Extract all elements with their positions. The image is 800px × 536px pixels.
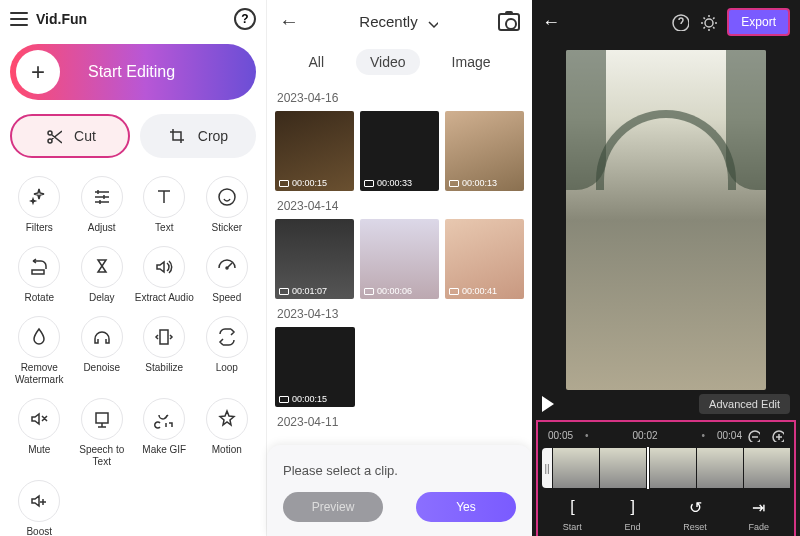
tool-adjust[interactable]: Adjust (71, 172, 134, 238)
video-thumbnail[interactable]: 00:00:15 (275, 111, 354, 191)
panel1-header: Vid.Fun ? (0, 0, 266, 38)
tool-delay[interactable]: Delay (71, 242, 134, 308)
editor-help-icon[interactable] (671, 13, 689, 31)
gif-icon (143, 398, 185, 440)
tool-label: Sticker (211, 222, 242, 234)
tool-mute[interactable]: Mute (8, 394, 71, 472)
duration-badge: 00:00:13 (449, 178, 497, 188)
trim-start-button[interactable]: [Start (563, 498, 582, 532)
tool-speed[interactable]: Speed (196, 242, 259, 308)
duration-badge: 00:01:07 (279, 286, 327, 296)
preview-button[interactable]: Preview (283, 492, 383, 522)
trim-end-button[interactable]: ]End (624, 498, 642, 532)
tool-make-gif[interactable]: Make GIF (133, 394, 196, 472)
camera-icon[interactable] (498, 13, 520, 31)
end-icon: ] (624, 498, 642, 516)
clip-thumb[interactable] (650, 448, 696, 488)
clip-thumb[interactable] (744, 448, 790, 488)
tool-text[interactable]: Text (133, 172, 196, 238)
tool-remove-watermark[interactable]: Remove Watermark (8, 312, 71, 390)
tool-label: Make GIF (142, 444, 186, 456)
tool-denoise[interactable]: Denoise (71, 312, 134, 390)
time-ruler: 00:05 • 00:02 • 00:04 (542, 426, 790, 448)
crop-button[interactable]: Crop (140, 114, 256, 158)
editor-back-icon[interactable]: ← (542, 12, 560, 33)
video-thumbnail[interactable]: 00:00:13 (445, 111, 524, 191)
tab-all[interactable]: All (294, 49, 338, 75)
start-editing-button[interactable]: + Start Editing (10, 44, 256, 100)
duration-badge: 00:00:33 (364, 178, 412, 188)
tab-image[interactable]: Image (438, 49, 505, 75)
preview-thumbnail (566, 50, 766, 390)
clip-track[interactable]: || (542, 448, 790, 488)
date-label: 2023-04-16 (277, 91, 524, 105)
tool-label: Extract Audio (135, 292, 194, 304)
clip-thumb[interactable] (600, 448, 646, 488)
tool-label: Speed (212, 292, 241, 304)
date-label: 2023-04-11 (277, 415, 524, 429)
help-icon[interactable]: ? (234, 8, 256, 30)
tool-boost-volume[interactable]: Boost Volume (8, 476, 71, 536)
video-thumbnail[interactable]: 00:00:06 (360, 219, 439, 299)
tool-label: Rotate (25, 292, 54, 304)
video-thumbnail[interactable]: 00:00:33 (360, 111, 439, 191)
tab-video[interactable]: Video (356, 49, 420, 75)
tool-extract-audio[interactable]: Extract Audio (133, 242, 196, 308)
video-thumbnail[interactable]: 00:00:15 (275, 327, 355, 407)
tool-label: Speech to Text (72, 444, 132, 468)
tool-loop[interactable]: Loop (196, 312, 259, 390)
thumb-row: 00:00:15 (275, 327, 524, 407)
tool-motion[interactable]: Motion (196, 394, 259, 472)
zoom-in-icon[interactable] (770, 428, 784, 442)
video-thumbnail[interactable]: 00:01:07 (275, 219, 354, 299)
app-title: Vid.Fun (36, 11, 226, 27)
plus-icon: + (16, 50, 60, 94)
clip-thumb[interactable] (553, 448, 599, 488)
tool-sticker[interactable]: Sticker (196, 172, 259, 238)
tool-stabilize[interactable]: Stabilize (133, 312, 196, 390)
cut-button[interactable]: Cut (10, 114, 130, 158)
playhead-icon[interactable] (647, 447, 649, 489)
zoom-out-icon[interactable] (746, 428, 760, 442)
star-icon (206, 398, 248, 440)
text-icon (143, 176, 185, 218)
gallery-dropdown[interactable]: Recently (299, 13, 498, 30)
duration-badge: 00:00:15 (279, 394, 327, 404)
handle-icon[interactable]: || (542, 448, 552, 488)
rotate-icon (18, 246, 60, 288)
sparkle-icon (18, 176, 60, 218)
crop-icon (168, 127, 186, 145)
tool-speech-to-text[interactable]: Speech to Text (71, 394, 134, 472)
advanced-edit-button[interactable]: Advanced Edit (699, 394, 790, 414)
gallery-dropdown-label: Recently (359, 13, 417, 30)
panel2-header: ← Recently (267, 0, 532, 43)
tool-rotate[interactable]: Rotate (8, 242, 71, 308)
smile-icon (206, 176, 248, 218)
chevron-down-icon (424, 15, 438, 29)
tool-label: Loop (216, 362, 238, 374)
tool-filters[interactable]: Filters (8, 172, 71, 238)
time-marker-2: 00:04 (717, 430, 742, 441)
back-arrow-icon[interactable]: ← (279, 10, 299, 33)
duration-badge: 00:00:41 (449, 286, 497, 296)
crop-label: Crop (198, 128, 228, 144)
video-thumbnail[interactable]: 00:00:41 (445, 219, 524, 299)
hourglass-icon (81, 246, 123, 288)
vol-plus-icon (18, 480, 60, 522)
drop-icon (18, 316, 60, 358)
gallery-tabs: AllVideoImage (267, 43, 532, 85)
trim-fade-button[interactable]: ⇥Fade (749, 498, 770, 532)
menu-icon[interactable] (10, 12, 28, 26)
yes-button[interactable]: Yes (416, 492, 516, 522)
trim-controls: [Start]End↺Reset⇥Fade (542, 488, 790, 536)
speech-text-icon (81, 398, 123, 440)
clip-thumb[interactable] (697, 448, 743, 488)
play-icon[interactable] (542, 396, 554, 412)
start-editing-label: Start Editing (88, 63, 175, 81)
loop-icon (206, 316, 248, 358)
trim-reset-button[interactable]: ↺Reset (683, 498, 707, 532)
trim-label: Start (563, 522, 582, 532)
tool-label: Text (155, 222, 173, 234)
export-button[interactable]: Export (727, 8, 790, 36)
settings-icon[interactable] (699, 13, 717, 31)
